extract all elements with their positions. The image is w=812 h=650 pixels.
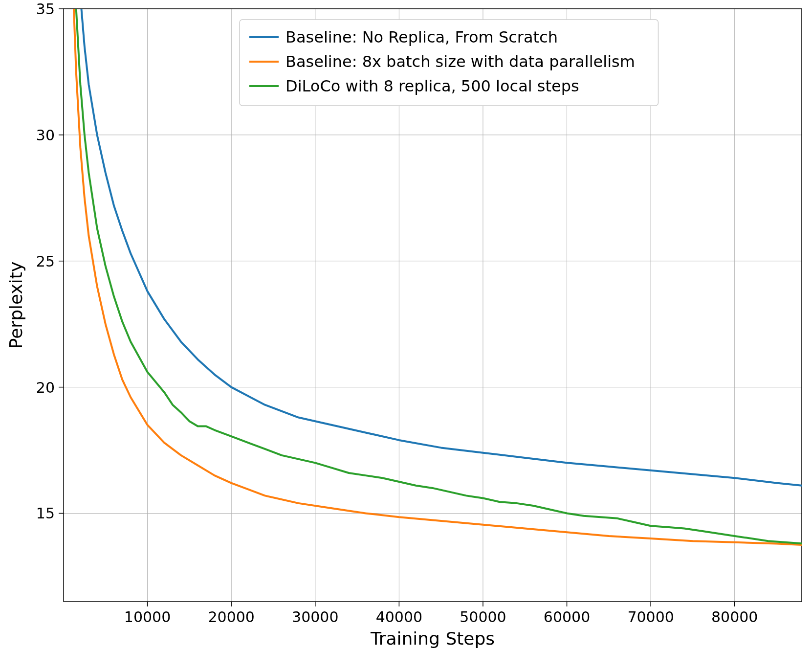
- x-axis-label: Training Steps: [370, 628, 495, 649]
- y-tick-label: 25: [36, 253, 55, 270]
- line-chart: 1000020000300004000050000600007000080000…: [0, 0, 812, 650]
- y-tick-label: 15: [36, 505, 55, 522]
- x-tick-label: 50000: [460, 608, 506, 626]
- legend-label: Baseline: 8x batch size with data parall…: [285, 52, 635, 71]
- y-axis-label: Perplexity: [6, 262, 26, 349]
- x-tick-label: 30000: [292, 608, 338, 626]
- x-tick-label: 70000: [627, 608, 674, 626]
- x-tick-label: 10000: [124, 608, 171, 626]
- x-tick-label: 40000: [376, 608, 422, 626]
- x-tick-label: 80000: [711, 608, 758, 626]
- legend-label: DiLoCo with 8 replica, 500 local steps: [285, 77, 579, 95]
- y-tick-label: 20: [36, 379, 55, 396]
- legend: Baseline: No Replica, From ScratchBaseli…: [240, 20, 658, 106]
- y-tick-label: 35: [36, 0, 55, 18]
- x-tick-label: 20000: [208, 608, 254, 626]
- y-tick-label: 30: [36, 127, 55, 144]
- chart-container: 1000020000300004000050000600007000080000…: [0, 0, 812, 650]
- legend-label: Baseline: No Replica, From Scratch: [285, 28, 558, 46]
- x-tick-label: 60000: [544, 608, 590, 626]
